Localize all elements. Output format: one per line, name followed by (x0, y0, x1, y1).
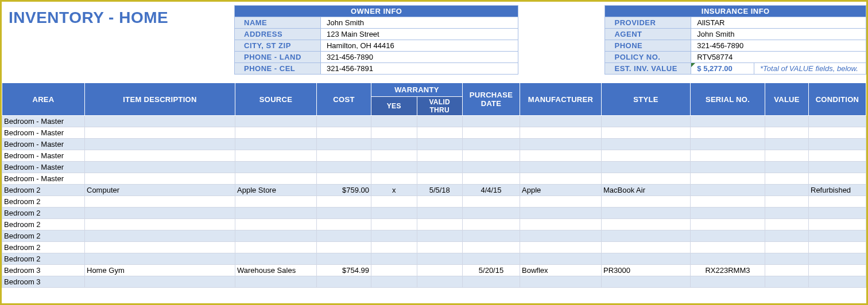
cell-manu[interactable] (520, 276, 602, 288)
cell-serial[interactable]: RX223RMM3 (691, 265, 765, 276)
cell-desc[interactable] (85, 242, 235, 253)
cell-source[interactable]: Warehouse Sales (235, 265, 317, 276)
cell-value[interactable] (765, 162, 809, 173)
cell-value[interactable] (765, 276, 809, 288)
cell-desc[interactable] (85, 230, 235, 242)
cell-pdate[interactable] (463, 116, 520, 127)
cell-area[interactable]: Bedroom 2 (2, 208, 85, 219)
cell-pdate[interactable] (463, 230, 520, 242)
cell-cost[interactable] (317, 173, 371, 185)
cell-cost[interactable] (317, 242, 371, 253)
table-row[interactable]: Bedroom - Master (2, 139, 866, 150)
cell-cost[interactable]: $759.00 (317, 185, 371, 196)
cell-value[interactable] (765, 116, 809, 127)
cell-manu[interactable] (520, 196, 602, 208)
cell-manu[interactable] (520, 208, 602, 219)
cell-wyes[interactable] (371, 127, 417, 139)
cell-cond[interactable] (809, 230, 866, 242)
cell-source[interactable] (235, 127, 317, 139)
cell-wyes[interactable] (371, 173, 417, 185)
cell-value[interactable] (765, 139, 809, 150)
cell-cond[interactable] (809, 150, 866, 162)
cell-wthru[interactable] (417, 196, 463, 208)
cell-style[interactable] (602, 139, 691, 150)
cell-area[interactable]: Bedroom - Master (2, 139, 85, 150)
cell-wthru[interactable] (417, 139, 463, 150)
table-row[interactable]: Bedroom 2 (2, 230, 866, 242)
cell-area[interactable]: Bedroom 3 (2, 276, 85, 288)
cell-pdate[interactable]: 4/4/15 (463, 185, 520, 196)
cell-wyes[interactable] (371, 265, 417, 276)
insurance-info-value[interactable]: RTV58774 (691, 52, 866, 63)
cell-wyes[interactable] (371, 162, 417, 173)
cell-style[interactable] (602, 242, 691, 253)
cell-manu[interactable] (520, 253, 602, 265)
cell-cond[interactable]: Refurbished (809, 185, 866, 196)
cell-source[interactable] (235, 208, 317, 219)
cell-value[interactable] (765, 208, 809, 219)
owner-info-value[interactable]: 321-456-7890 (320, 52, 518, 63)
table-row[interactable]: Bedroom 2 (2, 242, 866, 253)
cell-serial[interactable] (691, 150, 765, 162)
cell-desc[interactable]: Home Gym (85, 265, 235, 276)
cell-wthru[interactable] (417, 230, 463, 242)
cell-cond[interactable] (809, 116, 866, 127)
cell-pdate[interactable] (463, 219, 520, 230)
cell-manu[interactable] (520, 127, 602, 139)
cell-area[interactable]: Bedroom 2 (2, 242, 85, 253)
cell-value[interactable] (765, 219, 809, 230)
cell-cost[interactable] (317, 162, 371, 173)
cell-cond[interactable] (809, 265, 866, 276)
cell-wthru[interactable] (417, 116, 463, 127)
cell-wthru[interactable] (417, 208, 463, 219)
cell-manu[interactable] (520, 219, 602, 230)
cell-style[interactable]: MacBook Air (602, 185, 691, 196)
cell-area[interactable]: Bedroom - Master (2, 162, 85, 173)
cell-cond[interactable] (809, 162, 866, 173)
cell-wyes[interactable] (371, 196, 417, 208)
cell-source[interactable] (235, 196, 317, 208)
cell-value[interactable] (765, 230, 809, 242)
cell-cond[interactable] (809, 173, 866, 185)
cell-cost[interactable] (317, 127, 371, 139)
cell-wyes[interactable] (371, 242, 417, 253)
cell-serial[interactable] (691, 162, 765, 173)
insurance-info-value[interactable]: 321-456-7890 (691, 40, 866, 52)
cell-desc[interactable] (85, 139, 235, 150)
cell-style[interactable] (602, 276, 691, 288)
cell-manu[interactable] (520, 162, 602, 173)
table-row[interactable]: Bedroom - Master (2, 173, 866, 185)
cell-style[interactable]: PR3000 (602, 265, 691, 276)
cell-serial[interactable] (691, 185, 765, 196)
cell-desc[interactable] (85, 219, 235, 230)
owner-info-value[interactable]: John Smith (320, 17, 518, 29)
cell-wthru[interactable] (417, 253, 463, 265)
table-row[interactable]: Bedroom - Master (2, 150, 866, 162)
cell-value[interactable] (765, 265, 809, 276)
table-row[interactable]: Bedroom - Master (2, 127, 866, 139)
cell-area[interactable]: Bedroom - Master (2, 173, 85, 185)
cell-wthru[interactable] (417, 265, 463, 276)
cell-wyes[interactable] (371, 139, 417, 150)
cell-serial[interactable] (691, 196, 765, 208)
cell-style[interactable] (602, 196, 691, 208)
cell-desc[interactable] (85, 276, 235, 288)
cell-manu[interactable]: Bowflex (520, 265, 602, 276)
cell-source[interactable] (235, 116, 317, 127)
cell-wthru[interactable] (417, 276, 463, 288)
cell-source[interactable] (235, 139, 317, 150)
cell-value[interactable] (765, 150, 809, 162)
cell-value[interactable] (765, 242, 809, 253)
table-row[interactable]: Bedroom 2 (2, 219, 866, 230)
cell-cond[interactable] (809, 196, 866, 208)
cell-cond[interactable] (809, 219, 866, 230)
cell-wyes[interactable]: x (371, 185, 417, 196)
cell-wyes[interactable] (371, 253, 417, 265)
cell-serial[interactable] (691, 208, 765, 219)
cell-cost[interactable] (317, 196, 371, 208)
cell-pdate[interactable] (463, 127, 520, 139)
cell-wthru[interactable] (417, 127, 463, 139)
cell-serial[interactable] (691, 173, 765, 185)
cell-manu[interactable] (520, 150, 602, 162)
cell-manu[interactable] (520, 230, 602, 242)
